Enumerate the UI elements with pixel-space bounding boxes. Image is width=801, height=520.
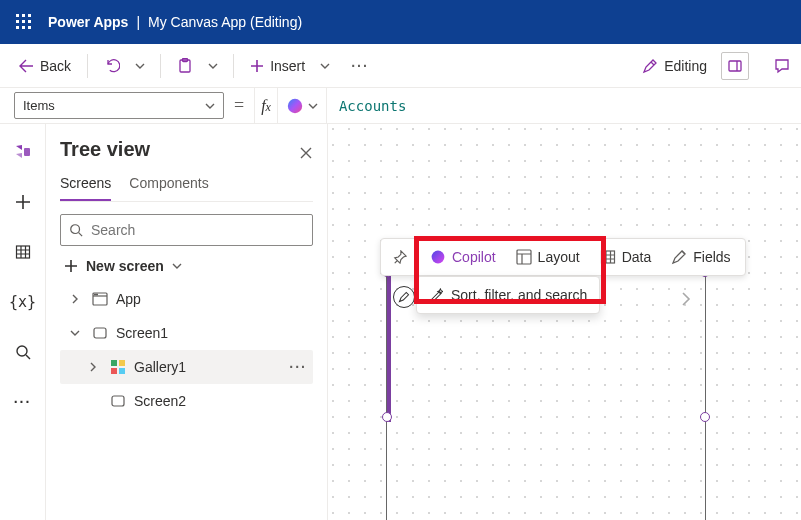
gallery-edit-icon[interactable]	[393, 286, 415, 308]
copilot-fx-button[interactable]	[277, 88, 327, 123]
svg-rect-20	[94, 328, 106, 338]
app-launcher-icon[interactable]	[8, 6, 40, 38]
svg-rect-4	[22, 20, 25, 23]
tree-search-input[interactable]	[89, 221, 304, 239]
data-icon	[600, 249, 616, 265]
wand-icon	[429, 288, 443, 302]
svg-rect-22	[119, 360, 125, 366]
gallery-chevron-icon	[681, 292, 691, 306]
svg-point-18	[95, 294, 96, 295]
layout-label: Layout	[538, 249, 580, 265]
svg-rect-5	[28, 20, 31, 23]
title-separator: |	[136, 14, 140, 30]
rail-search[interactable]	[7, 336, 39, 368]
editing-mode-button[interactable]: Editing	[642, 58, 707, 74]
rail-variables[interactable]: {x}	[7, 286, 39, 318]
rail-insert[interactable]	[7, 186, 39, 218]
gallery-icon	[110, 359, 126, 375]
actionbar-data[interactable]: Data	[590, 238, 662, 276]
insert-button[interactable]: Insert	[242, 50, 313, 82]
tree-label: Screen1	[116, 325, 168, 341]
svg-rect-3	[16, 20, 19, 23]
undo-button[interactable]	[96, 50, 128, 82]
insert-label: Insert	[270, 58, 305, 74]
svg-rect-23	[111, 368, 117, 374]
insert-chevron[interactable]	[313, 50, 337, 82]
drop-label: Sort, filter, and search	[451, 287, 587, 303]
svg-rect-13	[24, 148, 30, 156]
rail-data[interactable]	[7, 236, 39, 268]
data-label: Data	[622, 249, 652, 265]
svg-point-16	[71, 225, 80, 234]
screen-icon	[110, 393, 126, 409]
paste-chevron[interactable]	[201, 50, 225, 82]
chevron-down-icon	[205, 101, 215, 111]
back-button[interactable]: Back	[10, 50, 79, 82]
svg-rect-6	[16, 26, 19, 29]
app-icon	[92, 291, 108, 307]
tree-label: Screen2	[134, 393, 186, 409]
svg-rect-25	[112, 396, 124, 406]
tree-node-gallery1[interactable]: Gallery1 ···	[60, 350, 313, 384]
comments-button[interactable]	[773, 57, 791, 75]
formula-input[interactable]	[327, 88, 801, 123]
document-title: My Canvas App (Editing)	[148, 14, 302, 30]
pin-button[interactable]	[385, 250, 415, 264]
tree-label: Gallery1	[134, 359, 186, 375]
tab-screens[interactable]: Screens	[60, 171, 111, 201]
chevron-down-icon	[172, 261, 182, 271]
tab-components[interactable]: Components	[129, 171, 208, 201]
actionbar-fields[interactable]: Fields	[661, 238, 740, 276]
toolbar-more[interactable]: ···	[341, 58, 379, 74]
copilot-label: Copilot	[452, 249, 496, 265]
svg-rect-7	[22, 26, 25, 29]
property-value: Items	[23, 98, 55, 113]
tree-node-app[interactable]: App	[60, 282, 313, 316]
svg-rect-0	[16, 14, 19, 17]
tree-node-screen1[interactable]: Screen1	[60, 316, 313, 350]
new-screen-label: New screen	[86, 258, 164, 274]
tree-node-more[interactable]: ···	[289, 359, 307, 375]
svg-rect-8	[28, 26, 31, 29]
svg-point-12	[288, 98, 302, 112]
panel-toggle-button[interactable]	[721, 52, 749, 80]
app-brand: Power Apps	[48, 14, 128, 30]
new-screen-button[interactable]: New screen	[64, 258, 313, 274]
tree-title: Tree view	[60, 138, 150, 161]
fields-label: Fields	[693, 249, 730, 265]
actionbar-copilot[interactable]: Copilot	[420, 238, 506, 276]
actionbar-layout[interactable]: Layout	[506, 238, 590, 276]
search-icon	[69, 223, 83, 237]
svg-point-15	[17, 346, 27, 356]
copilot-icon	[286, 97, 304, 115]
svg-rect-14	[16, 246, 29, 258]
tree-label: App	[116, 291, 141, 307]
svg-rect-21	[111, 360, 117, 366]
gallery-action-bar: Copilot Layout Data Fields	[380, 238, 746, 276]
screen-icon	[92, 325, 108, 341]
equals-label: =	[224, 88, 254, 123]
property-combo[interactable]: Items	[14, 92, 224, 119]
copilot-icon	[430, 249, 446, 265]
svg-rect-27	[517, 250, 531, 264]
svg-rect-28	[601, 251, 614, 263]
back-label: Back	[40, 58, 71, 74]
close-tree-button[interactable]	[299, 146, 313, 160]
undo-chevron[interactable]	[128, 50, 152, 82]
svg-rect-11	[729, 61, 741, 71]
tree-node-screen2[interactable]: Screen2	[60, 384, 313, 418]
svg-rect-1	[22, 14, 25, 17]
resize-handle[interactable]	[700, 412, 710, 422]
sort-filter-search-item[interactable]: Sort, filter, and search	[417, 281, 599, 309]
svg-rect-24	[119, 368, 125, 374]
rail-more[interactable]: ···	[7, 386, 39, 418]
rail-tree-view[interactable]	[7, 136, 39, 168]
layout-icon	[516, 249, 532, 265]
chevron-down-icon	[308, 101, 318, 111]
svg-point-19	[97, 294, 98, 295]
paste-button[interactable]	[169, 50, 201, 82]
resize-handle[interactable]	[382, 412, 392, 422]
fields-icon	[671, 249, 687, 265]
tree-search[interactable]	[60, 214, 313, 246]
svg-point-26	[432, 251, 445, 264]
